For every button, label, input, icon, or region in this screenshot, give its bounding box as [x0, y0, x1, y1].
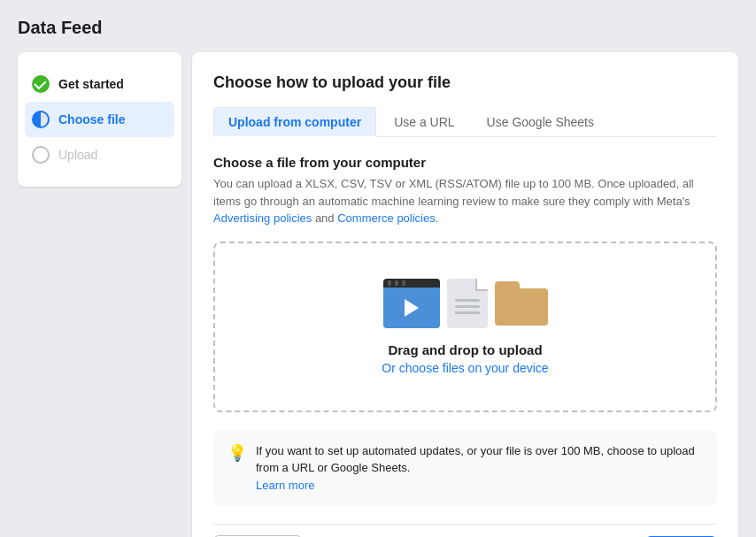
tab-use-url[interactable]: Use a URL [380, 107, 468, 137]
document-file-icon [447, 279, 488, 328]
folder-icon [495, 281, 548, 326]
step-done-icon [32, 75, 50, 93]
sidebar-item-upload: Upload [18, 137, 181, 173]
step-active-icon [32, 111, 50, 128]
main-panel: Choose how to upload your file Upload fr… [192, 52, 738, 537]
dropzone-text: Drag and drop to upload [388, 342, 542, 357]
tab-upload-computer[interactable]: Upload from computer [213, 107, 376, 137]
advertising-policies-link[interactable]: Advertising policies [213, 211, 312, 225]
content-wrapper: Get started Choose file Upload Choose ho… [18, 52, 738, 537]
sidebar-item-label: Get started [58, 77, 124, 91]
panel-title: Choose how to upload your file [213, 73, 717, 92]
info-box: 💡 If you want to set up automated update… [213, 430, 717, 507]
drop-zone-icons [383, 279, 548, 328]
sidebar-item-choose-file[interactable]: Choose file [25, 102, 174, 137]
sidebar: Get started Choose file Upload [18, 52, 181, 187]
commerce-policies-link[interactable]: Commerce policies [337, 211, 436, 225]
info-text: If you want to set up automated updates,… [256, 442, 703, 495]
bulb-icon: 💡 [228, 443, 247, 463]
section-title: Choose a file from your computer [213, 155, 717, 170]
sidebar-item-label: Upload [58, 148, 97, 162]
tab-use-google-sheets[interactable]: Use Google Sheets [473, 107, 608, 137]
drop-zone[interactable]: Drag and drop to upload Or choose files … [213, 242, 717, 412]
step-circle-icon [32, 146, 50, 164]
video-file-icon [383, 279, 440, 328]
section-description: You can upload a XLSX, CSV, TSV or XML (… [213, 175, 717, 227]
footer: Previous Next [213, 524, 717, 537]
sidebar-item-get-started[interactable]: Get started [18, 66, 181, 102]
page-title: Data Feed [18, 18, 738, 38]
tabs: Upload from computer Use a URL Use Googl… [213, 106, 717, 137]
sidebar-item-label: Choose file [58, 112, 125, 127]
choose-files-link[interactable]: Or choose files on your device [382, 361, 548, 375]
learn-more-link[interactable]: Learn more [256, 479, 314, 492]
